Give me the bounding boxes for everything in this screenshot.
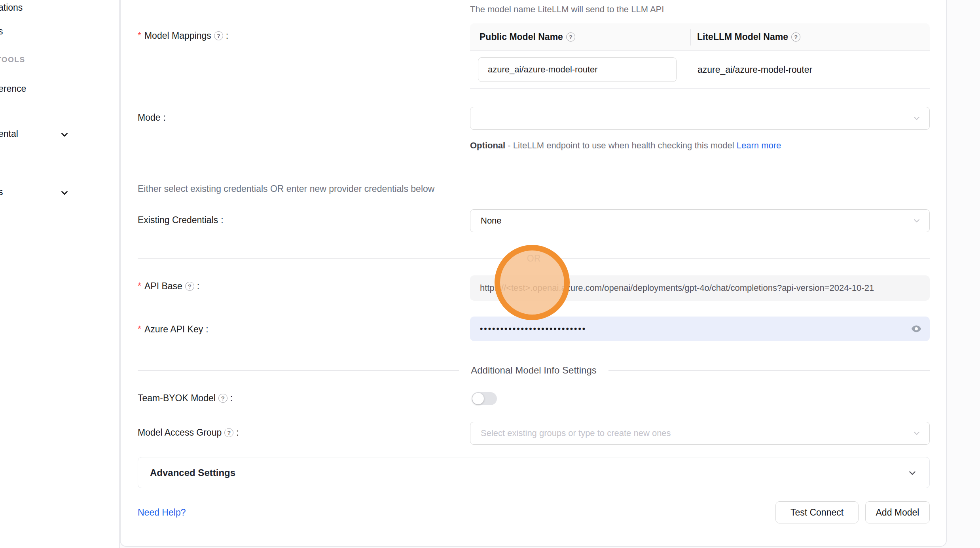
divider-line: [552, 258, 930, 259]
advanced-settings-panel[interactable]: Advanced Settings: [138, 457, 930, 488]
chevron-down-icon[interactable]: [59, 129, 70, 141]
eye-icon[interactable]: [911, 323, 922, 336]
help-icon[interactable]: ?: [218, 394, 227, 403]
sidebar-item-reference[interactable]: erence: [0, 83, 26, 94]
public-model-name-input[interactable]: [478, 57, 677, 82]
team-byok-label: Team-BYOK Model ? :: [138, 393, 233, 404]
model-mappings-label-text: Model Mappings: [144, 30, 211, 41]
public-model-name-header: Public Model Name ?: [470, 32, 690, 42]
api-base-label-text: API Base: [144, 281, 182, 292]
required-marker: *: [138, 30, 141, 41]
table-row: azure_ai/azure-model-router: [470, 51, 930, 89]
credentials-note: Either select existing credentials OR en…: [138, 184, 434, 194]
litellm-model-name-header-text: LiteLLM Model Name: [697, 32, 788, 42]
test-connect-button[interactable]: Test Connect: [775, 501, 859, 523]
divider-line: [608, 370, 930, 371]
chevron-down-icon: [907, 468, 917, 478]
sidebar-section-tools: TOOLS: [0, 55, 25, 64]
chevron-down-icon: [912, 114, 921, 123]
existing-credentials-select[interactable]: None: [470, 209, 930, 232]
help-icon[interactable]: ?: [566, 32, 575, 42]
mode-help-text: Optional - LiteLLM endpoint to use when …: [470, 138, 789, 154]
api-base-value: https://<test>.openai.azure.com/openai/d…: [480, 283, 874, 293]
api-base-label: * API Base ? :: [138, 281, 199, 292]
model-access-group-label-text: Model Access Group: [138, 427, 222, 438]
learn-more-link[interactable]: Learn more: [737, 140, 781, 150]
azure-api-key-masked-value: ••••••••••••••••••••••••••: [480, 324, 586, 334]
colon: :: [206, 324, 208, 335]
required-marker: *: [138, 324, 141, 335]
existing-credentials-label: Existing Credentials :: [138, 215, 224, 226]
help-icon[interactable]: ?: [214, 31, 223, 40]
existing-credentials-label-text: Existing Credentials: [138, 215, 218, 226]
additional-settings-divider: Additional Model Info Settings: [138, 365, 930, 376]
api-base-input[interactable]: https://<test>.openai.azure.com/openai/d…: [470, 275, 930, 301]
need-help-link[interactable]: Need Help?: [138, 507, 186, 518]
chevron-down-icon: [912, 216, 921, 226]
azure-api-key-input[interactable]: ••••••••••••••••••••••••••: [470, 317, 930, 341]
sidebar-item-settings[interactable]: s: [0, 187, 3, 197]
sidebar: ations s TOOLS erence ental s: [0, 0, 120, 548]
mode-help-rest: - LiteLLM endpoint to use when health ch…: [505, 140, 737, 150]
advanced-settings-title: Advanced Settings: [150, 467, 907, 478]
colon: :: [163, 112, 166, 123]
public-model-name-header-text: Public Model Name: [480, 32, 563, 42]
colon: :: [226, 30, 228, 41]
colon: :: [221, 215, 223, 226]
colon: :: [230, 393, 233, 404]
azure-api-key-label-text: Azure API Key: [144, 324, 203, 335]
existing-credentials-value: None: [481, 216, 502, 226]
litellm-model-name-value: azure_ai/azure-model-router: [698, 51, 812, 89]
model-access-group-placeholder: Select existing groups or type to create…: [481, 428, 671, 438]
additional-settings-divider-text: Additional Model Info Settings: [471, 365, 597, 376]
help-icon[interactable]: ?: [791, 32, 800, 42]
sidebar-item-organizations[interactable]: ations: [0, 2, 23, 13]
add-model-button[interactable]: Add Model: [865, 501, 930, 523]
help-icon[interactable]: ?: [224, 428, 233, 437]
divider-line: [138, 370, 459, 371]
help-icon[interactable]: ?: [185, 282, 194, 291]
azure-api-key-label: * Azure API Key :: [138, 324, 209, 335]
mode-label: Mode :: [138, 112, 166, 123]
colon: :: [236, 427, 239, 438]
chevron-down-icon: [912, 429, 921, 438]
divider-line: [138, 258, 515, 259]
header-divider: [690, 29, 691, 46]
toggle-knob: [472, 393, 484, 404]
required-marker: *: [138, 281, 141, 292]
litellm-model-name-help: The model name LiteLLM will send to the …: [470, 4, 664, 15]
team-byok-label-text: Team-BYOK Model: [138, 393, 216, 404]
model-mappings-table-header: Public Model Name ? LiteLLM Model Name ?: [470, 23, 930, 51]
team-byok-toggle[interactable]: [472, 392, 497, 405]
colon: :: [197, 281, 199, 292]
sidebar-item-1[interactable]: s: [0, 26, 3, 37]
mode-select[interactable]: [470, 107, 930, 130]
or-divider: OR: [138, 253, 930, 264]
mode-help-bold: Optional: [470, 140, 505, 150]
model-mappings-label: * Model Mappings ? :: [138, 30, 228, 41]
mode-label-text: Mode: [138, 112, 161, 123]
model-access-group-label: Model Access Group ? :: [138, 427, 239, 438]
model-access-group-select[interactable]: Select existing groups or type to create…: [470, 422, 930, 445]
litellm-model-name-header: LiteLLM Model Name ?: [690, 32, 800, 42]
or-divider-text: OR: [527, 253, 541, 264]
chevron-down-icon[interactable]: [59, 188, 70, 199]
sidebar-item-experimental[interactable]: ental: [0, 129, 18, 139]
model-mappings-table: Public Model Name ? LiteLLM Model Name ?…: [470, 23, 930, 89]
